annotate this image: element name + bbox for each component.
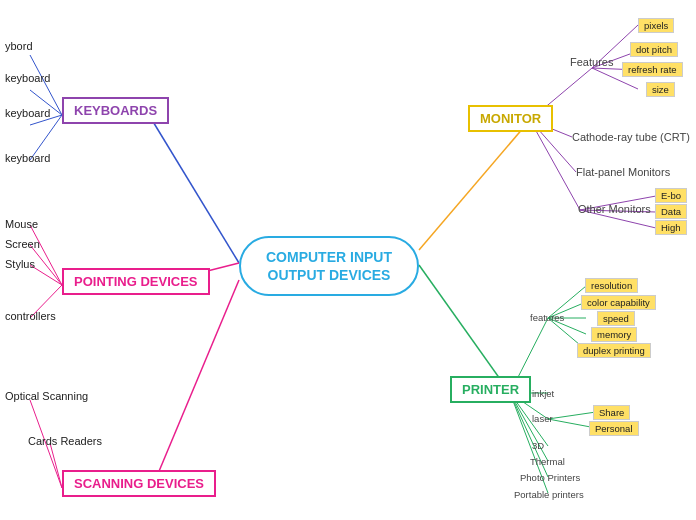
keyboards-box: KEYBOARDS bbox=[62, 97, 169, 124]
leaf-flatpanel: Flat-panel Monitors bbox=[576, 166, 670, 178]
leaf-data: Data bbox=[655, 204, 687, 219]
leaf-othermonitors: Other Monitors bbox=[578, 203, 651, 215]
leaf-dotpitch: dot pitch bbox=[630, 42, 678, 57]
leaf-stylus: Stylus bbox=[5, 258, 35, 270]
leaf-thermal: Thermal bbox=[530, 456, 565, 467]
leaf-crt: Cathode-ray tube (CRT) bbox=[572, 131, 690, 143]
leaf-pixels: pixels bbox=[638, 18, 674, 33]
leaf-optical: Optical Scanning bbox=[5, 390, 88, 402]
leaf-controllers: controllers bbox=[5, 310, 56, 322]
leaf-high: High bbox=[655, 220, 687, 235]
svg-line-14 bbox=[50, 443, 62, 488]
leaf-keyboard-3: keyboard bbox=[5, 107, 50, 119]
svg-line-4 bbox=[419, 265, 510, 393]
leaf-ebook: E-bo bbox=[655, 188, 687, 203]
leaf-keyboard-2: keyboard bbox=[5, 72, 50, 84]
leaf-features-printer: features bbox=[530, 312, 564, 323]
pointing-devices-box: POINTING DEVICES bbox=[62, 268, 210, 295]
leaf-colorcap: color capability bbox=[581, 295, 656, 310]
svg-line-9 bbox=[30, 225, 62, 285]
printer-box: PRINTER bbox=[450, 376, 531, 403]
leaf-share: Share bbox=[593, 405, 630, 420]
svg-line-34 bbox=[548, 412, 596, 419]
svg-line-2 bbox=[152, 280, 239, 488]
monitor-box: MONITOR bbox=[468, 105, 553, 132]
leaf-laser: laser bbox=[532, 413, 553, 424]
leaf-resolution: resolution bbox=[585, 278, 638, 293]
center-label: COMPUTER INPUT OUTPUT DEVICES bbox=[266, 249, 392, 283]
leaf-refresh: refresh rate bbox=[622, 62, 683, 77]
leaf-inkjet: inkjet bbox=[532, 388, 554, 399]
leaf-mouse: Mouse bbox=[5, 218, 38, 230]
leaf-personal: Personal bbox=[589, 421, 639, 436]
scanning-devices-box: SCANNING DEVICES bbox=[62, 470, 216, 497]
leaf-speed: speed bbox=[597, 311, 635, 326]
leaf-features: Features bbox=[570, 56, 613, 68]
leaf-portable: Portable printers bbox=[514, 489, 584, 500]
leaf-photo: Photo Printers bbox=[520, 472, 580, 483]
leaf-memory: memory bbox=[591, 327, 637, 342]
center-node: COMPUTER INPUT OUTPUT DEVICES bbox=[239, 236, 419, 296]
svg-line-3 bbox=[419, 120, 530, 250]
leaf-keyboard-4: keyboard bbox=[5, 152, 50, 164]
leaf-duplex: duplex printing bbox=[577, 343, 651, 358]
leaf-keyboard-1: ybord bbox=[5, 40, 33, 52]
leaf-cards: Cards Readers bbox=[28, 435, 102, 447]
svg-line-5 bbox=[30, 55, 62, 115]
leaf-size: size bbox=[646, 82, 675, 97]
leaf-3d: 3D bbox=[532, 440, 544, 451]
svg-line-0 bbox=[152, 120, 239, 263]
leaf-screen: Screen bbox=[5, 238, 40, 250]
